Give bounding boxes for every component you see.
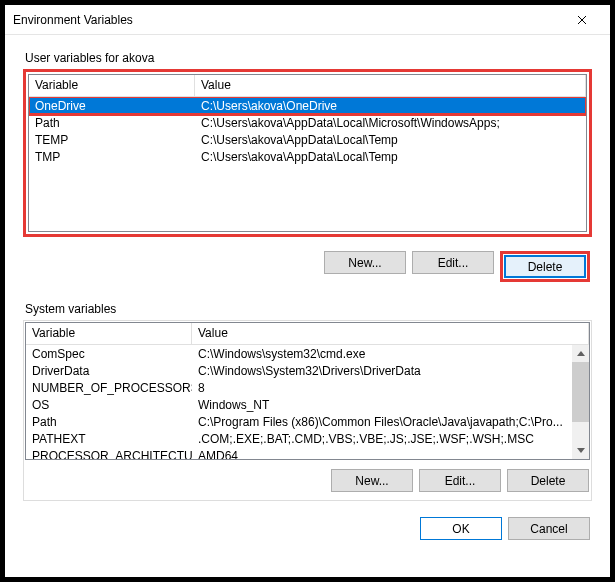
user-vars-label: User variables for akova [25, 51, 592, 65]
cell-variable: ComSpec [26, 347, 192, 361]
scrollbar-thumb[interactable] [572, 362, 589, 422]
table-row[interactable]: ComSpec C:\Windows\system32\cmd.exe [26, 345, 589, 362]
cell-value: 8 [192, 381, 589, 395]
cell-value: C:\Users\akova\OneDrive [195, 99, 586, 113]
column-header-variable[interactable]: Variable [29, 75, 195, 96]
table-row[interactable]: OS Windows_NT [26, 396, 589, 413]
column-header-value[interactable]: Value [195, 75, 586, 96]
table-row[interactable]: Path C:\Users\akova\AppData\Local\Micros… [29, 114, 586, 131]
cell-value: Windows_NT [192, 398, 589, 412]
scroll-down-icon[interactable] [572, 442, 589, 459]
dialog-buttons: OK Cancel [23, 511, 592, 544]
cell-variable: DriverData [26, 364, 192, 378]
cell-value: C:\Users\akova\AppData\Local\Temp [195, 150, 586, 164]
column-header-value[interactable]: Value [192, 323, 589, 344]
cell-value: C:\Users\akova\AppData\Local\Microsoft\W… [195, 116, 586, 130]
dialog-window: Environment Variables User variables for… [0, 0, 615, 582]
user-vars-listview[interactable]: Variable Value OneDrive C:\Users\akova\O… [28, 74, 587, 232]
system-vars-group: Variable Value ComSpec C:\Windows\system… [23, 320, 592, 501]
delete-button-highlight: Delete [500, 251, 590, 282]
cell-value: C:\Windows\system32\cmd.exe [192, 347, 589, 361]
cell-value: AMD64 [192, 449, 589, 460]
close-icon [577, 15, 587, 25]
cell-variable: PATHEXT [26, 432, 192, 446]
new-button[interactable]: New... [331, 469, 413, 492]
new-button[interactable]: New... [324, 251, 406, 274]
cell-variable: Path [26, 415, 192, 429]
cell-value: C:\Program Files (x86)\Common Files\Orac… [192, 415, 589, 429]
cell-variable: OneDrive [29, 99, 195, 113]
close-button[interactable] [562, 6, 602, 34]
user-vars-highlight: Variable Value OneDrive C:\Users\akova\O… [23, 69, 592, 237]
cell-variable: TEMP [29, 133, 195, 147]
cell-variable: NUMBER_OF_PROCESSORS [26, 381, 192, 395]
table-row[interactable]: DriverData C:\Windows\System32\Drivers\D… [26, 362, 589, 379]
cell-variable: PROCESSOR_ARCHITECTURE [26, 449, 192, 460]
delete-button[interactable]: Delete [507, 469, 589, 492]
cell-value: C:\Users\akova\AppData\Local\Temp [195, 133, 586, 147]
user-vars-buttons: New... Edit... Delete [23, 243, 592, 286]
scroll-up-icon[interactable] [572, 345, 589, 362]
table-row[interactable]: Path C:\Program Files (x86)\Common Files… [26, 413, 589, 430]
user-vars-body: OneDrive C:\Users\akova\OneDrive Path C:… [29, 97, 586, 231]
listview-header: Variable Value [26, 323, 589, 345]
cancel-button[interactable]: Cancel [508, 517, 590, 540]
window-title: Environment Variables [13, 13, 562, 27]
system-vars-body: ComSpec C:\Windows\system32\cmd.exe Driv… [26, 345, 589, 459]
delete-button[interactable]: Delete [504, 255, 586, 278]
cell-variable: Path [29, 116, 195, 130]
system-vars-buttons: New... Edit... Delete [24, 461, 591, 496]
table-row[interactable]: TEMP C:\Users\akova\AppData\Local\Temp [29, 131, 586, 148]
table-row[interactable]: PATHEXT .COM;.EXE;.BAT;.CMD;.VBS;.VBE;.J… [26, 430, 589, 447]
table-row[interactable]: TMP C:\Users\akova\AppData\Local\Temp [29, 148, 586, 165]
cell-variable: TMP [29, 150, 195, 164]
titlebar: Environment Variables [5, 5, 610, 35]
cell-variable: OS [26, 398, 192, 412]
edit-button[interactable]: Edit... [419, 469, 501, 492]
listview-header: Variable Value [29, 75, 586, 97]
cell-value: C:\Windows\System32\Drivers\DriverData [192, 364, 589, 378]
system-vars-listview[interactable]: Variable Value ComSpec C:\Windows\system… [25, 322, 590, 460]
system-vars-label: System variables [25, 302, 592, 316]
table-row[interactable]: OneDrive C:\Users\akova\OneDrive [29, 97, 586, 114]
ok-button[interactable]: OK [420, 517, 502, 540]
column-header-variable[interactable]: Variable [26, 323, 192, 344]
edit-button[interactable]: Edit... [412, 251, 494, 274]
cell-value: .COM;.EXE;.BAT;.CMD;.VBS;.VBE;.JS;.JSE;.… [192, 432, 589, 446]
scrollbar-vertical[interactable] [572, 345, 589, 459]
table-row[interactable]: PROCESSOR_ARCHITECTURE AMD64 [26, 447, 589, 459]
table-row[interactable]: NUMBER_OF_PROCESSORS 8 [26, 379, 589, 396]
dialog-content: User variables for akova Variable Value … [5, 35, 610, 558]
